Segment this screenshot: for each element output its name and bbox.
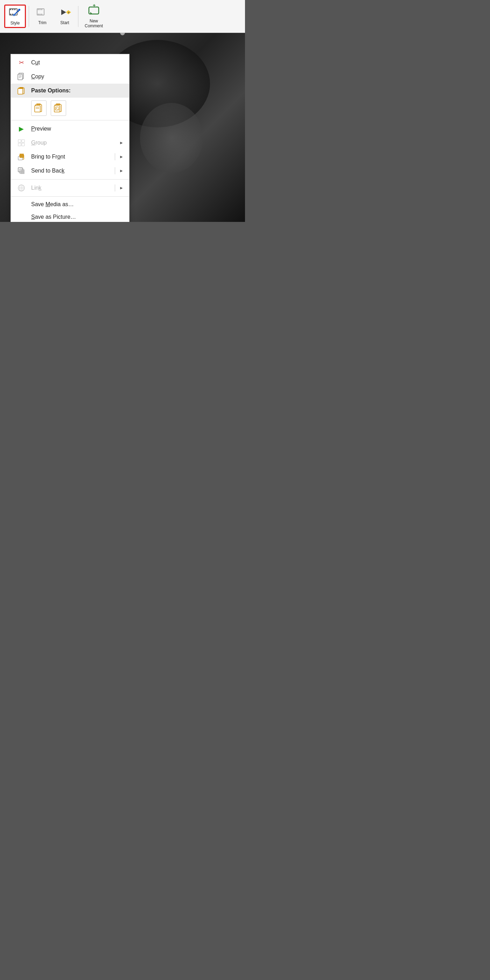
ribbon-divider-2 (78, 6, 78, 27)
link-arrow: ► (119, 186, 124, 190)
bring-to-front-label: Bring to Front (31, 154, 115, 160)
separator-3 (11, 196, 129, 197)
svg-rect-17 (41, 14, 42, 15)
svg-rect-45 (22, 140, 24, 142)
group-label: Group (31, 140, 115, 146)
ribbon-new-comment-button[interactable]: + NewComment (81, 3, 107, 30)
svg-point-10 (13, 14, 15, 16)
new-comment-label: NewComment (85, 19, 103, 29)
ribbon-style-button[interactable]: ▾ Style (4, 5, 26, 28)
copy-label: Copy (31, 73, 124, 80)
svg-rect-1 (10, 9, 11, 10)
menu-item-copy[interactable]: Copy (11, 70, 129, 84)
svg-point-9 (18, 9, 20, 11)
svg-rect-50 (20, 154, 24, 158)
menu-item-group[interactable]: Group ► (11, 136, 129, 150)
menu-item-send-to-back[interactable]: Send to Back ► (11, 164, 129, 178)
svg-text:▾: ▾ (68, 11, 70, 14)
menu-item-link[interactable]: Link ► (11, 181, 129, 195)
group-icon (16, 139, 26, 146)
ribbon-toolbar: ▾ Style Trim (0, 0, 245, 33)
svg-rect-41 (54, 106, 60, 112)
svg-rect-46 (18, 143, 21, 146)
svg-rect-4 (10, 14, 11, 15)
svg-text:+: + (93, 4, 95, 8)
paste-as-picture-button[interactable] (51, 100, 66, 116)
ribbon-start-button[interactable]: ▾ Start (54, 6, 75, 27)
link-label: Link (31, 185, 115, 191)
trim-label: Trim (38, 20, 46, 25)
trim-icon (37, 7, 48, 19)
svg-rect-14 (41, 9, 42, 10)
copy-icon (16, 73, 26, 81)
context-menu: ✂ Cut Copy (11, 54, 129, 222)
style-label: Style (11, 21, 20, 25)
send-back-divider (115, 167, 115, 174)
svg-rect-12 (38, 9, 39, 10)
svg-rect-15 (38, 14, 39, 15)
start-icon: ▾ (59, 7, 71, 19)
svg-rect-3 (14, 9, 15, 10)
svg-rect-44 (18, 140, 21, 142)
send-to-back-arrow: ► (119, 169, 124, 173)
save-media-label: Save Media as… (31, 201, 124, 208)
svg-marker-18 (61, 10, 66, 15)
style-icon: ▾ (9, 7, 21, 19)
paste-keep-source-button[interactable] (31, 100, 46, 116)
svg-rect-32 (18, 89, 23, 94)
paste-options-label: Paste Options: (31, 88, 124, 94)
separator-2 (11, 179, 129, 180)
menu-item-paste-options[interactable]: Paste Options: (11, 84, 129, 98)
menu-item-preview[interactable]: ▶ Preview (11, 122, 129, 136)
bring-to-front-icon (16, 153, 26, 161)
resize-handle[interactable] (120, 33, 125, 35)
svg-rect-25 (18, 74, 22, 80)
svg-rect-36 (35, 106, 40, 112)
send-to-back-icon (16, 167, 26, 175)
ribbon-divider-1 (29, 6, 29, 27)
group-arrow: ► (119, 140, 124, 145)
cut-icon: ✂ (16, 59, 26, 67)
paste-icon (16, 87, 26, 94)
menu-item-bring-to-front[interactable]: Bring to Front ► (11, 150, 129, 164)
canvas-area: ✂ Cut Copy (0, 33, 245, 222)
bring-front-divider (115, 153, 115, 160)
start-label: Start (60, 20, 69, 25)
save-picture-label: Save as Picture… (31, 214, 124, 220)
svg-rect-47 (22, 143, 24, 146)
svg-rect-16 (40, 14, 41, 15)
svg-rect-13 (40, 9, 41, 10)
bring-to-front-arrow: ► (119, 154, 124, 159)
svg-rect-53 (20, 170, 24, 174)
svg-point-43 (56, 108, 57, 108)
svg-rect-2 (12, 9, 13, 10)
svg-rect-33 (20, 88, 23, 89)
paste-icons-row (11, 98, 129, 119)
menu-item-save-media[interactable]: Save Media as… (11, 198, 129, 211)
menu-item-save-picture[interactable]: Save as Picture… (11, 211, 129, 222)
preview-label: Preview (31, 126, 124, 132)
ribbon-trim-button[interactable]: Trim (32, 6, 53, 27)
link-divider (115, 185, 115, 191)
cut-label: Cut (31, 59, 124, 66)
link-icon (16, 184, 26, 192)
preview-icon: ▶ (16, 125, 26, 133)
send-to-back-label: Send to Back (31, 168, 115, 174)
new-comment-icon: + (88, 4, 100, 17)
menu-item-cut[interactable]: ✂ Cut (11, 56, 129, 70)
